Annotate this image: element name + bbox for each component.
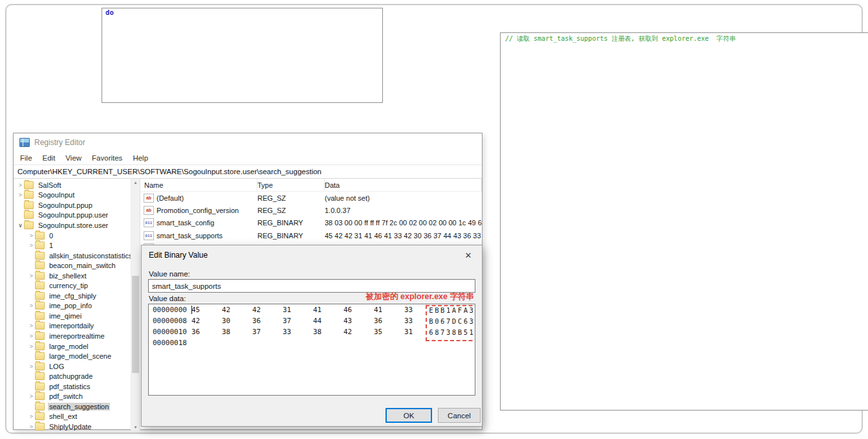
column-header-name[interactable]: Name — [140, 179, 257, 191]
tree-item-large_model[interactable]: >large_model — [14, 341, 131, 352]
tree-item-label[interactable]: shell_ext — [48, 412, 78, 420]
tree-item-label[interactable]: SogouInput — [37, 191, 76, 199]
hex-byte[interactable]: 37 — [252, 328, 283, 336]
chevron-right-icon[interactable]: > — [28, 393, 35, 400]
tree-item-SogouInput.store.user[interactable]: ∨SogouInput.store.user — [14, 220, 131, 231]
tree-item-label[interactable]: ime_cfg_shiply — [48, 292, 98, 300]
chevron-down-icon[interactable]: ∨ — [17, 222, 24, 229]
hex-byte[interactable]: 30 — [222, 317, 252, 325]
tree-item-label[interactable]: beacon_main_switch — [48, 262, 117, 269]
tree-item-label[interactable]: SogouInput.ppup — [37, 201, 94, 209]
tree-item-label[interactable]: SogouInput.ppup.user — [37, 211, 109, 219]
value-name-field[interactable]: smart_task_supports — [148, 279, 475, 293]
chevron-right-icon[interactable]: > — [17, 192, 24, 198]
tree-item-allskin_statusiconstatistics[interactable]: allskin_statusiconstatistics — [14, 251, 131, 261]
hex-byte[interactable]: 38 — [313, 328, 343, 336]
menu-view[interactable]: View — [60, 154, 87, 162]
tree-item-imereportdaily[interactable]: >imereportdaily — [14, 321, 131, 332]
tree-item-large_model_scene[interactable]: large_model_scene — [14, 351, 131, 361]
hex-byte[interactable]: 36 — [252, 317, 283, 325]
chevron-right-icon[interactable]: > — [28, 363, 35, 370]
value-row[interactable]: abPromotion_config_versionREG_SZ1.0.0.37 — [140, 204, 482, 216]
tree-item-SalSoft[interactable]: >SalSoft — [14, 180, 131, 190]
tree-item-biz_shellext[interactable]: >biz_shellext — [14, 271, 131, 281]
chevron-right-icon[interactable]: > — [17, 182, 24, 188]
chevron-right-icon[interactable]: > — [28, 302, 35, 309]
value-row[interactable]: 011smart_task_configREG_BINARY38 03 00 0… — [140, 217, 482, 229]
tree-item-label[interactable]: search_suggestion — [48, 403, 110, 411]
tree-item-pdf_switch[interactable]: >pdf_switch — [14, 391, 131, 401]
address-bar[interactable]: Computer\HKEY_CURRENT_USER\SOFTWARE\Sogo… — [14, 164, 482, 179]
hex-byte[interactable]: 46 — [343, 306, 374, 314]
tree-item-label[interactable]: currency_tip — [48, 282, 89, 289]
hex-byte[interactable]: 33 — [283, 328, 313, 336]
scroll-down-icon[interactable]: ▾ — [131, 423, 140, 431]
menu-file[interactable]: File — [15, 154, 38, 162]
tree-item-ime_qimei[interactable]: ime_qimei — [14, 311, 131, 321]
tree-item-label[interactable]: patchupgrade — [48, 372, 94, 380]
tree-item-label[interactable]: 0 — [48, 232, 54, 240]
hex-row[interactable]: 000000004542423141464133EBB1AFA3 — [149, 304, 475, 315]
hex-byte[interactable]: 42 — [343, 328, 374, 336]
tree-item-LOG[interactable]: >LOG — [14, 361, 131, 372]
hex-byte[interactable]: 36 — [374, 317, 404, 325]
tree-item-search_suggestion[interactable]: search_suggestion — [14, 401, 131, 412]
value-row[interactable]: 011smart_task_supportsREG_BINARY45 42 42… — [140, 229, 482, 242]
hex-byte[interactable]: 37 — [283, 317, 313, 325]
tree-item-SogouInput[interactable]: >SogouInput — [14, 190, 131, 201]
tree-item-ShiplyUpdate[interactable]: >ShiplyUpdate — [14, 422, 131, 431]
tree-item-label[interactable]: ShiplyUpdate — [48, 423, 92, 431]
tree-item-label[interactable]: ime_pop_info — [48, 302, 93, 310]
value-row[interactable]: ab(Default)REG_SZ(value not set) — [140, 192, 482, 204]
chevron-right-icon[interactable]: > — [28, 423, 35, 430]
tree-item-beacon_main_switch[interactable]: beacon_main_switch — [14, 260, 131, 271]
chevron-right-icon[interactable]: > — [28, 333, 35, 339]
tree-item-shell_ext[interactable]: >shell_ext — [14, 412, 131, 422]
ok-button[interactable]: OK — [385, 408, 432, 423]
hex-byte[interactable]: 31 — [283, 306, 313, 314]
hex-row[interactable]: 000000084230363744433633B067DC63 — [149, 315, 475, 326]
tree-item-currency_tip[interactable]: currency_tip — [14, 280, 131, 291]
tree-item-label[interactable]: large_model_scene — [48, 352, 113, 360]
tree-item-imereportrealtime[interactable]: >imereportrealtime — [14, 331, 131, 341]
tree-item-label[interactable]: 1 — [48, 242, 54, 249]
hex-byte[interactable]: 42 — [191, 317, 222, 325]
hex-byte[interactable]: 42 — [252, 306, 283, 314]
chevron-right-icon[interactable]: > — [28, 232, 35, 239]
hex-byte[interactable]: 44 — [313, 317, 343, 325]
hex-byte[interactable]: 45 — [191, 306, 222, 314]
scroll-up-icon[interactable]: ▴ — [131, 179, 140, 186]
hex-byte[interactable]: 36 — [191, 328, 222, 336]
hex-byte[interactable]: 35 — [374, 328, 404, 336]
chevron-right-icon[interactable]: > — [28, 413, 35, 420]
tree-item-ime_pop_info[interactable]: >ime_pop_info — [14, 301, 131, 311]
chevron-right-icon[interactable]: > — [28, 322, 35, 329]
tree-item-SogouInput.ppup[interactable]: SogouInput.ppup — [14, 200, 131, 210]
tree-item-label[interactable]: pdf_statistics — [48, 383, 92, 390]
tree-item-label[interactable]: LOG — [48, 363, 65, 370]
chevron-right-icon[interactable]: > — [28, 343, 35, 350]
hex-row[interactable]: 00000010363837333842353168738B51 — [149, 326, 475, 337]
tree-item-label[interactable]: SogouInput.store.user — [37, 221, 109, 229]
column-header-type[interactable]: Type — [257, 179, 325, 191]
hex-byte[interactable]: 38 — [222, 328, 252, 336]
tree-item-label[interactable]: pdf_switch — [48, 392, 84, 400]
tree-item-label[interactable]: imereportdaily — [48, 322, 95, 330]
menu-edit[interactable]: Edit — [38, 154, 61, 162]
tree-item-label[interactable]: ime_qimei — [48, 312, 83, 320]
close-icon[interactable]: ✕ — [457, 247, 480, 263]
hex-byte[interactable]: 41 — [313, 306, 343, 314]
hex-editor[interactable]: 000000004542423141464133EBB1AFA300000008… — [148, 304, 475, 396]
cancel-button[interactable]: Cancel — [438, 408, 481, 423]
tree-item-patchupgrade[interactable]: patchupgrade — [14, 371, 131, 381]
tree-item-0[interactable]: >0 — [14, 231, 131, 241]
tree-item-label[interactable]: SalSoft — [37, 181, 62, 189]
tree-item-SogouInput.ppup.user[interactable]: SogouInput.ppup.user — [14, 210, 131, 221]
tree-item-pdf_statistics[interactable]: pdf_statistics — [14, 381, 131, 392]
tree-scrollbar[interactable]: ▴ ▾ — [131, 179, 140, 431]
tree-item-label[interactable]: biz_shellext — [48, 272, 87, 280]
scrollbar-thumb[interactable] — [132, 276, 139, 373]
tree-item-label[interactable]: imereportrealtime — [48, 332, 106, 340]
hex-row[interactable]: 00000018 — [149, 337, 475, 348]
menu-favorites[interactable]: Favorites — [87, 154, 127, 162]
